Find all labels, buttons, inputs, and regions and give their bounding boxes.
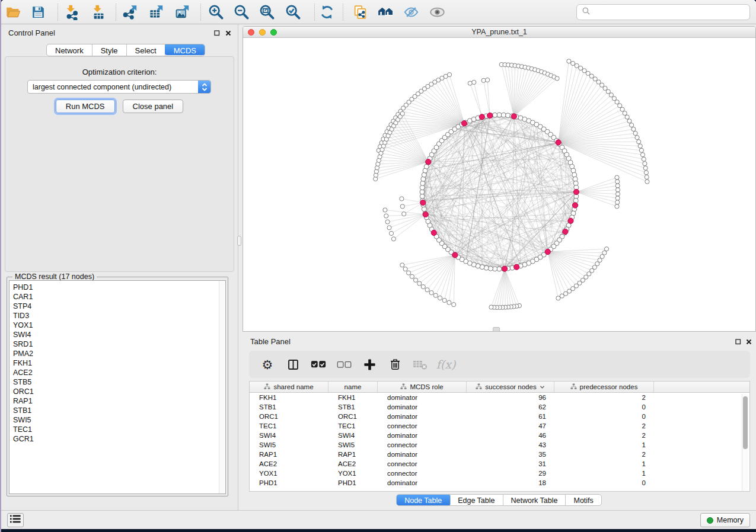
result-node-item[interactable]: SWI4 <box>13 330 225 339</box>
select-all-checks-icon[interactable] <box>311 357 326 372</box>
run-mcds-button[interactable]: Run MCDS <box>56 100 115 113</box>
result-node-item[interactable]: YOX1 <box>13 321 225 330</box>
network-canvas[interactable] <box>243 38 756 332</box>
result-list-scrollbar[interactable] <box>219 281 225 493</box>
export-table-icon[interactable] <box>146 2 166 22</box>
tab-style[interactable]: Style <box>92 44 127 56</box>
result-node-item[interactable]: RAP1 <box>13 396 225 406</box>
table-row[interactable]: ACE2ACE2connector311 <box>250 459 749 469</box>
save-session-icon[interactable] <box>28 2 48 22</box>
search-input[interactable] <box>594 8 749 17</box>
cell-successor-nodes: 43 <box>467 440 554 450</box>
search-box[interactable] <box>576 4 750 20</box>
zoom-in-icon[interactable] <box>206 2 226 22</box>
result-node-item[interactable]: PMA2 <box>13 349 225 358</box>
refresh-icon[interactable] <box>317 2 337 22</box>
status-bar: Memory <box>1 510 756 529</box>
table-row[interactable]: SWI5SWI5connector431 <box>250 440 749 450</box>
result-node-item[interactable]: TID3 <box>13 311 225 321</box>
result-node-item[interactable]: CAR1 <box>13 292 225 302</box>
zoom-selected-icon[interactable] <box>283 2 303 22</box>
add-row-icon[interactable] <box>362 357 377 372</box>
table-row[interactable]: STB1STB1dominator620 <box>250 402 749 412</box>
cell-name: FKH1 <box>328 393 378 402</box>
result-node-item[interactable]: GCR1 <box>13 434 225 444</box>
result-node-item[interactable]: SWI5 <box>13 415 225 425</box>
open-file-icon[interactable] <box>3 2 23 22</box>
cell-successor-nodes: 96 <box>467 393 554 402</box>
result-node-item[interactable]: SRD1 <box>13 339 225 349</box>
import-table-icon[interactable] <box>88 2 109 22</box>
show-columns-icon[interactable] <box>285 357 301 372</box>
maximize-window-icon[interactable] <box>270 29 277 36</box>
zoom-fit-icon[interactable] <box>257 2 277 22</box>
shared-column-icon <box>400 383 407 391</box>
delete-row-icon[interactable] <box>387 357 403 372</box>
show-all-icon[interactable] <box>427 2 447 22</box>
clear-checks-icon[interactable] <box>336 357 352 372</box>
settings-gear-icon[interactable]: ⚙ <box>260 357 275 372</box>
tab-motifs[interactable]: Motifs <box>566 495 601 505</box>
result-node-item[interactable]: STB1 <box>13 406 225 415</box>
minimize-window-icon[interactable] <box>259 29 266 36</box>
tab-mcds[interactable]: MCDS <box>165 44 205 55</box>
table-row[interactable]: PHD1PHD1dominator180 <box>250 478 749 488</box>
column-header-successor-nodes[interactable]: successor nodes <box>467 382 554 392</box>
cell-shared-name: STB1 <box>250 402 328 412</box>
column-header-name[interactable]: name <box>328 382 378 392</box>
criterion-dropdown[interactable]: largest connected component (undirected) <box>27 80 211 94</box>
cell-MCDS-role: connector <box>378 469 467 478</box>
result-node-item[interactable]: PHD1 <box>13 283 225 292</box>
tab-node-table[interactable]: Node Table <box>396 494 451 506</box>
table-row[interactable]: RAP1RAP1dominator352 <box>250 450 749 459</box>
cell-predecessor-nodes: 2 <box>554 450 654 459</box>
table-row[interactable]: SWI4SWI4dominator462 <box>250 431 749 440</box>
tab-network-table[interactable]: Network Table <box>503 495 566 505</box>
table-row[interactable]: YOX1YOX1connector291 <box>250 469 749 478</box>
cell-MCDS-role: dominator <box>378 412 467 421</box>
network-graph[interactable] <box>243 38 756 332</box>
result-node-item[interactable]: STB5 <box>13 377 225 387</box>
table-row[interactable]: FKH1FKH1dominator962 <box>250 393 749 402</box>
hide-selected-icon[interactable] <box>401 2 421 22</box>
result-node-item[interactable]: STP4 <box>13 302 225 311</box>
table-header-row: shared namenameMCDS rolesuccessor nodesp… <box>250 382 749 393</box>
close-panel-button[interactable]: Close panel <box>123 100 184 113</box>
tab-edge-table[interactable]: Edge Table <box>450 495 503 505</box>
result-node-item[interactable]: FKH1 <box>13 358 225 368</box>
clone-network-icon[interactable] <box>350 2 370 22</box>
vertical-splitter-handle[interactable] <box>237 236 241 246</box>
close-panel-icon[interactable] <box>225 30 232 37</box>
close-window-icon[interactable] <box>248 29 254 36</box>
first-neighbors-icon[interactable] <box>375 2 395 22</box>
cell-MCDS-role: dominator <box>378 450 467 459</box>
column-header-MCDS-role[interactable]: MCDS role <box>378 382 467 392</box>
tab-select[interactable]: Select <box>127 44 165 56</box>
column-header-predecessor-nodes[interactable]: predecessor nodes <box>554 382 654 392</box>
result-node-item[interactable]: TEC1 <box>13 425 225 434</box>
cell-MCDS-role: dominator <box>378 402 467 412</box>
table-row[interactable]: TEC1TEC1connector472 <box>250 421 749 431</box>
mcds-result-list[interactable]: PHD1CAR1STP4TID3YOX1SWI4SRD1PMA2FKH1ACE2… <box>9 280 226 494</box>
export-image-icon[interactable] <box>172 2 192 22</box>
export-network-icon[interactable] <box>120 2 140 22</box>
network-window-titlebar[interactable]: YPA_prune.txt_1 <box>243 27 755 38</box>
node-table: shared namenameMCDS rolesuccessor nodesp… <box>249 381 750 492</box>
import-network-icon[interactable] <box>62 2 82 22</box>
table-scrollbar[interactable] <box>742 394 748 491</box>
table-row[interactable]: ORC1ORC1dominator610 <box>250 412 749 421</box>
result-node-item[interactable]: ORC1 <box>13 387 225 396</box>
float-panel-icon[interactable] <box>213 30 221 37</box>
float-table-panel-icon[interactable] <box>735 338 742 345</box>
tab-network[interactable]: Network <box>47 44 92 56</box>
table-scrollbar-thumb[interactable] <box>743 396 748 449</box>
cell-predecessor-nodes: 2 <box>554 421 654 431</box>
cell-shared-name: FKH1 <box>250 393 328 402</box>
zoom-out-icon[interactable] <box>231 2 251 22</box>
column-header-shared-name[interactable]: shared name <box>250 382 328 392</box>
horizontal-splitter-handle[interactable] <box>493 327 500 332</box>
task-history-button[interactable] <box>7 513 24 527</box>
close-table-panel-icon[interactable] <box>745 338 752 345</box>
result-node-item[interactable]: ACE2 <box>13 368 225 377</box>
memory-button[interactable]: Memory <box>700 513 750 527</box>
